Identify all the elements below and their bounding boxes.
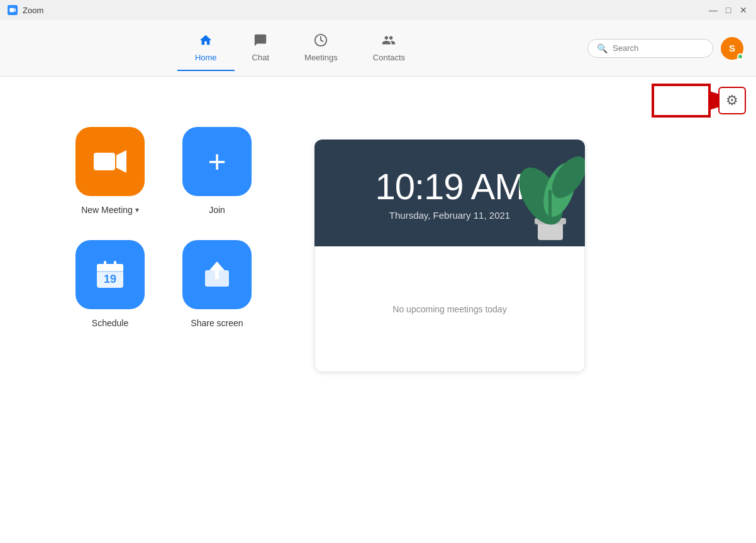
settings-button[interactable]: ⚙ <box>718 87 746 114</box>
avatar-initial: S <box>729 43 735 53</box>
contacts-icon <box>382 33 396 50</box>
svg-rect-20 <box>548 190 552 221</box>
actions-area: New Meeting ▾ + Join <box>0 89 302 530</box>
video-camera-icon <box>94 150 126 173</box>
search-icon: 🔍 <box>597 43 608 53</box>
annotation-container: ⚙ <box>652 82 746 119</box>
svg-rect-9 <box>104 261 106 268</box>
nav-right: 🔍 S <box>587 37 743 60</box>
dropdown-arrow-icon: ▾ <box>135 206 139 214</box>
tab-meetings-label: Meetings <box>304 53 338 62</box>
share-screen-text: Share screen <box>191 318 243 328</box>
action-item-new-meeting: New Meeting ▾ <box>75 127 145 215</box>
meetings-panel: No upcoming meetings today <box>314 246 585 372</box>
nav-bar: Home Chat Meetings <box>0 20 756 77</box>
content-area: ⚙ New Meeting ▾ <box>0 77 756 543</box>
search-input[interactable] <box>613 43 701 53</box>
new-meeting-text: New Meeting <box>81 205 133 215</box>
clock-card: 10:19 AM Thursday, February 11, 2021 <box>314 140 585 372</box>
plus-icon: + <box>208 146 226 177</box>
plant-decoration-icon <box>509 140 585 246</box>
home-icon <box>199 33 213 50</box>
join-text: Join <box>209 205 225 215</box>
new-meeting-button[interactable] <box>75 127 145 196</box>
maximize-button[interactable]: □ <box>723 5 733 15</box>
tab-chat-label: Chat <box>252 53 269 62</box>
clock-date: Thursday, February 11, 2021 <box>389 210 510 221</box>
svg-rect-15 <box>215 269 219 279</box>
actions-row-1: New Meeting ▾ + Join <box>75 127 252 215</box>
close-button[interactable]: ✕ <box>738 5 748 15</box>
svg-rect-10 <box>114 261 116 268</box>
action-item-schedule: 19 Schedule <box>75 240 145 328</box>
schedule-button[interactable]: 19 <box>75 240 145 309</box>
tab-chat[interactable]: Chat <box>235 26 287 71</box>
minimize-button[interactable]: — <box>708 5 718 15</box>
title-bar: Zoom — □ ✕ <box>0 0 756 20</box>
svg-marker-5 <box>116 150 126 173</box>
tab-contacts[interactable]: Contacts <box>355 26 423 71</box>
tab-home[interactable]: Home <box>177 26 235 71</box>
tab-meetings[interactable]: Meetings <box>287 26 355 71</box>
right-panel: 10:19 AM Thursday, February 11, 2021 <box>302 102 756 530</box>
actions-row-2: 19 Schedule <box>75 240 252 328</box>
new-meeting-label[interactable]: New Meeting ▾ <box>81 205 139 215</box>
clock-time: 10:19 AM <box>375 165 524 207</box>
online-badge <box>737 53 743 60</box>
svg-text:19: 19 <box>104 273 116 285</box>
zoom-logo-icon <box>8 5 18 15</box>
nav-tabs: Home Chat Meetings <box>13 26 587 71</box>
window-controls: — □ ✕ <box>708 5 748 15</box>
share-screen-icon <box>203 260 231 289</box>
chat-icon <box>253 33 267 50</box>
schedule-label[interactable]: Schedule <box>92 318 128 328</box>
tab-contacts-label: Contacts <box>373 53 405 62</box>
no-meetings-text: No upcoming meetings today <box>392 304 506 314</box>
share-screen-label[interactable]: Share screen <box>191 318 243 328</box>
svg-rect-12 <box>97 271 123 272</box>
join-label[interactable]: Join <box>209 205 225 215</box>
app-window: Home Chat Meetings <box>0 20 756 543</box>
tab-home-label: Home <box>195 53 217 62</box>
action-item-join: + Join <box>182 127 252 215</box>
svg-rect-4 <box>94 153 115 170</box>
app-title: Zoom <box>23 6 708 15</box>
meetings-icon <box>314 33 328 50</box>
share-screen-button[interactable] <box>182 240 252 309</box>
svg-rect-8 <box>97 264 123 272</box>
calendar-icon: 19 <box>94 259 126 290</box>
clock-banner: 10:19 AM Thursday, February 11, 2021 <box>314 140 585 246</box>
svg-rect-2 <box>653 85 709 116</box>
gear-icon: ⚙ <box>726 92 738 109</box>
avatar[interactable]: S <box>721 37 743 60</box>
svg-marker-14 <box>209 261 225 270</box>
search-box[interactable]: 🔍 <box>587 39 713 58</box>
schedule-text: Schedule <box>92 318 128 328</box>
action-item-share-screen: Share screen <box>182 240 252 328</box>
join-button[interactable]: + <box>182 127 252 196</box>
